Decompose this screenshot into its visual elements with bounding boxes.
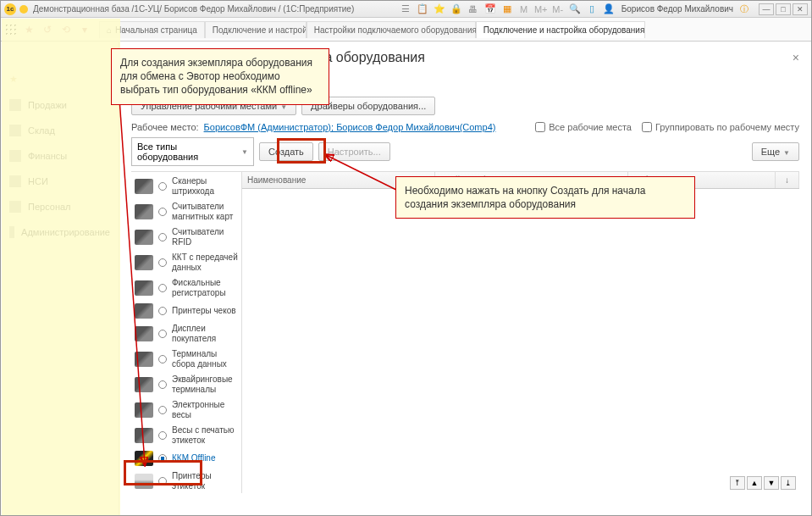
search-icon[interactable]: 🔍 — [569, 3, 581, 15]
tab-home[interactable]: ⌂Начальная страница — [99, 21, 205, 38]
type-label: Считыватели RFID — [172, 227, 238, 247]
close-button[interactable]: ✕ — [793, 3, 808, 15]
type-item-kkt[interactable]: ККТ с передачей данных — [131, 250, 241, 275]
sidebar-item-favorites[interactable]: ★ — [1, 67, 119, 92]
type-item-scanner[interactable]: Сканеры штрихкода — [131, 174, 241, 199]
tab-equipment-settings[interactable]: Настройки подключаемого оборудования× — [307, 21, 476, 38]
type-item-labelprn[interactable]: Принтеры этикеток — [131, 469, 241, 493]
type-thumb — [135, 428, 153, 443]
tool-icon[interactable]: 📋 — [417, 3, 428, 15]
workplace-link[interactable]: БорисовФМ (Администратор); Борисов Федор… — [204, 122, 496, 132]
group-workplaces-checkbox[interactable]: Группировать по рабочему месту — [642, 122, 799, 132]
type-item-scalesprint[interactable]: Весы с печатью этикеток — [131, 423, 241, 448]
tabs: ⌂Начальная страница Подключение и настро… — [99, 21, 645, 38]
all-workplaces-checkbox[interactable]: Все рабочие места — [535, 122, 632, 132]
equipment-type-list: Сканеры штрихкодаСчитыватели магнитных к… — [131, 172, 241, 493]
radio-icon — [158, 208, 167, 216]
history-icon[interactable]: ↺ — [40, 22, 55, 37]
type-thumb — [135, 377, 153, 392]
equipment-table: Наименование Драйвер оборудования Рабоче… — [241, 172, 799, 493]
sidebar-item-nsi[interactable]: НСИ — [1, 169, 119, 194]
type-label: Считыватели магнитных карт — [172, 202, 238, 222]
tool-icon[interactable]: 🔒 — [450, 3, 462, 15]
sidebar-item-personnel[interactable]: Персонал — [1, 194, 119, 219]
sidebar: ★ Продажи Склад Финансы НСИ Персонал Адм… — [1, 42, 119, 515]
create-button[interactable]: Создать — [259, 142, 313, 161]
type-item-tsd[interactable]: Терминалы сбора данных — [131, 347, 241, 372]
radio-icon — [158, 454, 167, 463]
sidebar-item-sales[interactable]: Продажи — [1, 92, 119, 118]
toolbar: ★ ↺ ⟲ ▾ ⌂Начальная страница Подключение … — [1, 18, 811, 42]
type-label: ККТ с передачей данных — [172, 252, 238, 273]
minimize-button[interactable]: — — [759, 3, 774, 15]
app-menu-dropdown[interactable] — [19, 5, 28, 14]
titlebar-tools: ☰ 📋 ⭐ 🔒 🖶 📅 ▦ M M+ M- 🔍 ▯ 👤 — [400, 3, 615, 15]
sidebar-item-finance[interactable]: Финансы — [1, 143, 119, 169]
print-icon[interactable]: 🖶 — [467, 3, 479, 15]
radio-icon — [158, 380, 167, 389]
type-item-kkm[interactable]: ККМ Offline — [131, 448, 241, 469]
type-label: Фискальные регистраторы — [172, 278, 238, 298]
type-label: Эквайринговые терминалы — [172, 375, 238, 395]
type-item-rfid[interactable]: Считыватели RFID — [131, 225, 241, 250]
radio-icon — [158, 258, 167, 267]
more-icon[interactable]: ▾ — [77, 22, 92, 37]
tool-icon[interactable]: ☰ — [400, 3, 412, 15]
type-thumb — [135, 179, 153, 194]
type-label: Принтеры этикеток — [172, 471, 238, 491]
tool-icon[interactable]: ⭐ — [434, 3, 445, 15]
user-icon: 👤 — [603, 3, 615, 15]
type-thumb — [135, 230, 153, 245]
type-thumb — [135, 326, 153, 341]
nav-down-icon[interactable]: ▼ — [764, 476, 779, 490]
type-item-receipt[interactable]: Принтеры чеков — [131, 301, 241, 321]
radio-icon — [158, 431, 167, 440]
window-title: Демонстрационная база /1С-УЦ/ Борисов Фе… — [33, 4, 354, 14]
type-label: ККМ Offline — [172, 453, 215, 463]
apps-icon[interactable] — [4, 23, 18, 36]
type-item-fiscal[interactable]: Фискальные регистраторы — [131, 275, 241, 301]
type-label: Дисплеи покупателя — [172, 324, 238, 344]
type-label: Терминалы сбора данных — [172, 349, 238, 369]
nav-last-icon[interactable]: ⤓ — [781, 476, 796, 490]
m-icon[interactable]: M — [518, 3, 530, 15]
nav-first-icon[interactable]: ⤒ — [730, 476, 745, 490]
callout-create-button: Необходимо нажать на кнопку Создать для … — [395, 176, 695, 219]
radio-icon — [158, 284, 167, 292]
pin-icon[interactable]: ⟲ — [58, 22, 74, 37]
th-sort[interactable]: ↓ — [776, 172, 799, 188]
type-item-magcard[interactable]: Считыватели магнитных карт — [131, 199, 241, 225]
maximize-button[interactable]: □ — [776, 3, 791, 15]
type-item-display[interactable]: Дисплеи покупателя — [131, 321, 241, 347]
calendar-icon[interactable]: 📅 — [484, 3, 496, 15]
sidebar-item-admin[interactable]: Администрирование — [1, 219, 119, 245]
info-icon[interactable]: ⓘ — [740, 3, 748, 15]
type-thumb — [135, 204, 153, 219]
m-plus-icon[interactable]: M+ — [535, 3, 547, 15]
type-label: Сканеры штрихкода — [172, 176, 238, 197]
sidebar-item-warehouse[interactable]: Склад — [1, 118, 119, 143]
type-item-acquiring[interactable]: Эквайринговые терминалы — [131, 372, 241, 397]
radio-icon — [158, 355, 167, 363]
radio-icon — [158, 307, 167, 315]
type-thumb — [135, 280, 153, 296]
type-label: Принтеры чеков — [172, 306, 236, 316]
type-thumb — [135, 255, 153, 270]
type-thumb — [135, 303, 153, 319]
tab-equipment-3[interactable]: Подключение и настройка оборудования× — [476, 21, 645, 38]
type-label: Весы с печатью этикеток — [172, 425, 238, 446]
book-icon[interactable]: ▯ — [586, 3, 598, 15]
page-close-icon[interactable]: × — [793, 51, 799, 64]
nav-up-icon[interactable]: ▲ — [747, 476, 762, 490]
m-minus-icon[interactable]: M- — [552, 3, 564, 15]
app-logo: 1c — [4, 3, 16, 15]
tab-equipment-1[interactable]: Подключение и настройка оборудования× — [205, 21, 307, 38]
calc-icon[interactable]: ▦ — [501, 3, 513, 15]
star-icon[interactable]: ★ — [21, 22, 36, 37]
type-thumb — [135, 402, 153, 418]
type-item-scales[interactable]: Электронные весы — [131, 397, 241, 423]
equipment-type-filter[interactable]: Все типы оборудования▼ — [131, 137, 254, 166]
more-button[interactable]: Еще▼ — [752, 142, 799, 161]
configure-button[interactable]: Настроить... — [318, 142, 390, 161]
current-user: Борисов Федор Михайлович — [621, 4, 733, 14]
